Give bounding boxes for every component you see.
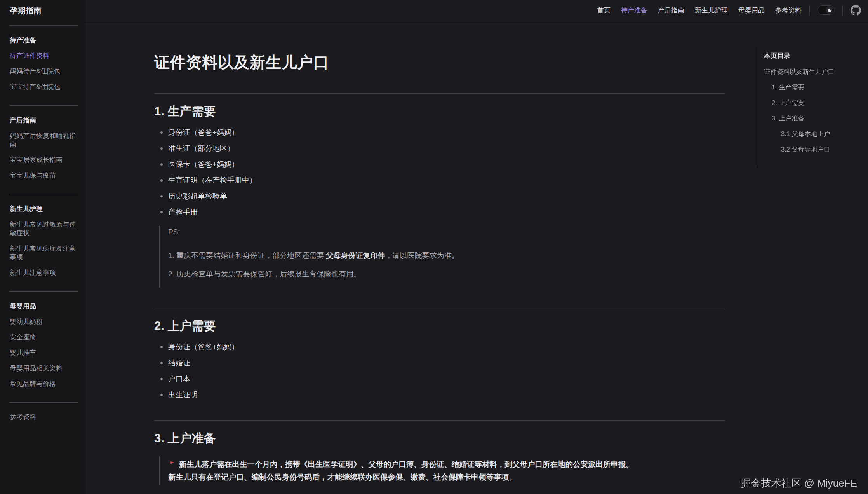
sidebar-item-mom-hospital-bag[interactable]: 妈妈待产&住院包 [10, 67, 78, 76]
sidebar-item-references[interactable]: 参考资料 [10, 413, 78, 421]
note-item: 历史检查单与发票需要保管好，后续报生育保险也有用。 [168, 269, 725, 279]
callout-line-2: 新生儿只有在登记户口、编制公民身份号码后，才能继续联办医保参保、缴费、社会保障卡… [168, 471, 725, 484]
list-item: 生育证明（在产检手册中） [158, 175, 725, 185]
nav-item-home[interactable]: 首页 [597, 6, 611, 15]
divider [10, 25, 78, 26]
toc-item[interactable]: 证件资料以及新生儿户口 [764, 67, 861, 76]
toc-item[interactable]: 2. 上户需要 [764, 98, 861, 107]
list-item: 准生证（部分地区） [158, 143, 725, 154]
toc-item[interactable]: 3.2 父母异地户口 [764, 145, 861, 154]
nav-item-references[interactable]: 参考资料 [775, 6, 802, 15]
section-heading: 2. 上户需要 [154, 318, 725, 334]
callout-line-1: 新生儿落户需在出生一个月内，携带《出生医学证明》、父母的户口簿、身份证、结婚证等… [179, 460, 633, 468]
ps-label: PS: [168, 227, 725, 237]
section-heading: 3. 上户准备 [154, 431, 725, 446]
divider [10, 402, 78, 403]
divider [809, 5, 810, 15]
divider [10, 105, 78, 106]
section-birth-needs: 1. 生产需要 身份证（爸爸+妈妈） 准生证（部分地区） 医保卡（爸爸+妈妈） … [154, 93, 725, 288]
top-navbar: 首页 待产准备 产后指南 新生儿护理 母婴用品 参考资料 [84, 0, 868, 23]
toc-item[interactable]: 3. 上户准备 [764, 114, 861, 122]
main-content: 证件资料以及新生儿户口 1. 生产需要 身份证（爸爸+妈妈） 准生证（部分地区）… [154, 0, 725, 494]
list-item: 出生证明 [158, 389, 725, 400]
sidebar-item-baby-hospital-bag[interactable]: 宝宝待产&住院包 [10, 83, 78, 91]
section-registration-prep: 3. 上户准备 新生儿落户需在出生一个月内，携带《出生医学证明》、父母的户口簿、… [154, 420, 725, 494]
divider [10, 194, 78, 194]
sidebar-group-heading: 新生儿护理 [10, 204, 78, 213]
sidebar-item-newborn-notes[interactable]: 新生儿注意事项 [10, 269, 78, 277]
nav-item-newborn-care[interactable]: 新生儿护理 [695, 6, 728, 15]
toc-item[interactable]: 1. 生产需要 [764, 83, 861, 91]
list-item: 户口本 [158, 374, 725, 384]
list-item: 产检手册 [158, 207, 725, 217]
sidebar-item-stroller[interactable]: 婴儿推车 [10, 349, 78, 357]
page-toc: 本页目录 证件资料以及新生儿户口 1. 生产需要 2. 上户需要 3. 上户准备… [757, 47, 861, 167]
divider [10, 291, 78, 292]
divider [842, 5, 843, 15]
callout-block: 新生儿落户需在出生一个月内，携带《出生医学证明》、父母的户口簿、身份证、结婚证等… [159, 456, 725, 485]
sidebar-item-allergy[interactable]: 新生儿常见过敏原与过敏症状 [10, 220, 78, 237]
list-item: 身份证（爸爸+妈妈） [158, 127, 725, 138]
section-heading: 1. 生产需要 [154, 104, 725, 119]
watermark: 掘金技术社区 @ MiyueFE [741, 477, 857, 490]
sidebar-group-baby-products: 母婴用品 婴幼儿奶粉 安全座椅 婴儿推车 母婴用品相关资料 常见品牌与价格 [10, 302, 78, 388]
site-title: 孕期指南 [10, 5, 78, 16]
sidebar-group-prenatal: 待产准备 待产证件资料 妈妈待产&住院包 宝宝待产&住院包 [10, 36, 78, 91]
sidebar-group-newborn-care: 新生儿护理 新生儿常见过敏原与过敏症状 新生儿常见病症及注意事项 新生儿注意事项 [10, 204, 78, 277]
toc-title: 本页目录 [764, 51, 861, 60]
sidebar-item-mom-recovery[interactable]: 妈妈产后恢复和哺乳指南 [10, 132, 78, 149]
sidebar-group-heading: 待产准备 [10, 36, 78, 45]
sidebar-item-illness[interactable]: 新生儿常见病症及注意事项 [10, 244, 78, 262]
sidebar: 孕期指南 待产准备 待产证件资料 妈妈待产&住院包 宝宝待产&住院包 产后指南 … [0, 0, 84, 494]
sidebar-item-baby-growth[interactable]: 宝宝居家成长指南 [10, 156, 78, 164]
sidebar-group-heading: 产后指南 [10, 116, 78, 125]
section-registration-needs: 2. 上户需要 身份证（爸爸+妈妈） 结婚证 户口本 出生证明 [154, 308, 725, 400]
sidebar-group-heading: 母婴用品 [10, 302, 78, 311]
sidebar-item-documents[interactable]: 待产证件资料 [10, 52, 78, 60]
nav-item-postpartum[interactable]: 产后指南 [658, 6, 684, 15]
sidebar-item-car-seat[interactable]: 安全座椅 [10, 333, 78, 342]
github-icon[interactable] [851, 5, 861, 16]
red-flag-icon [168, 460, 176, 468]
sidebar-group-postpartum: 产后指南 妈妈产后恢复和哺乳指南 宝宝居家成长指南 宝宝儿保与疫苗 [10, 116, 78, 180]
list-item: 结婚证 [158, 358, 725, 368]
sidebar-item-brands-prices[interactable]: 常见品牌与价格 [10, 380, 78, 388]
sidebar-item-product-info[interactable]: 母婴用品相关资料 [10, 364, 78, 373]
nav-links: 首页 待产准备 产后指南 新生儿护理 母婴用品 参考资料 [597, 5, 802, 15]
nav-item-prenatal[interactable]: 待产准备 [621, 6, 647, 15]
list-item: 身份证（爸爸+妈妈） [158, 342, 725, 352]
nav-item-baby-products[interactable]: 母婴用品 [738, 6, 765, 15]
note-item: 重庆不需要结婚证和身份证，部分地区还需要 父母身份证复印件，请以医院要求为准。 [168, 250, 725, 261]
list-item: 医保卡（爸爸+妈妈） [158, 159, 725, 169]
sidebar-item-baby-vaccine[interactable]: 宝宝儿保与疫苗 [10, 171, 78, 180]
moon-icon [826, 6, 833, 14]
list-item: 历史彩超单检验单 [158, 191, 725, 201]
sidebar-item-milk-powder[interactable]: 婴幼儿奶粉 [10, 318, 78, 326]
ps-note-block: PS: 重庆不需要结婚证和身份证，部分地区还需要 父母身份证复印件，请以医院要求… [159, 226, 725, 288]
toc-item[interactable]: 3.1 父母本地上户 [764, 129, 861, 138]
theme-toggle[interactable] [818, 5, 835, 15]
